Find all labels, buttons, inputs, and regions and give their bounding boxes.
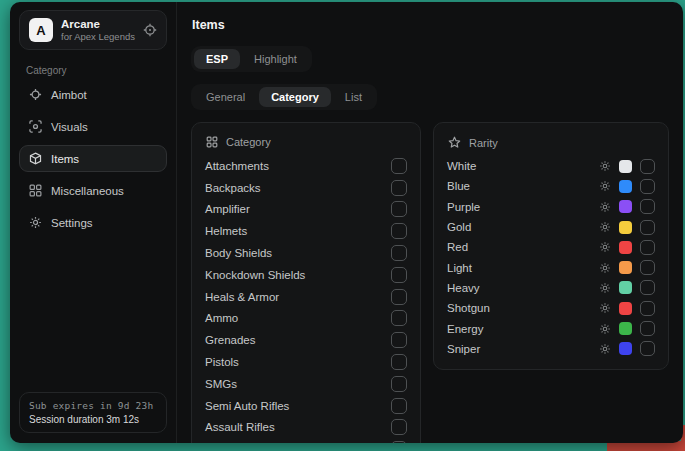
tab-list[interactable]: List <box>333 87 374 107</box>
color-swatch[interactable] <box>619 322 632 335</box>
gear-icon[interactable] <box>599 180 611 192</box>
sidebar-item-settings[interactable]: Settings <box>19 209 167 236</box>
category-checkbox[interactable] <box>391 223 407 239</box>
rarity-row-controls <box>599 341 655 356</box>
rarity-panel-header: Rarity <box>447 132 655 156</box>
category-checkbox[interactable] <box>391 441 407 443</box>
rarity-checkbox[interactable] <box>640 341 655 356</box>
category-checkbox[interactable] <box>391 398 407 414</box>
brand-text: Arcane for Apex Legends <box>61 18 135 42</box>
crosshair-icon <box>29 88 42 101</box>
rarity-checkbox[interactable] <box>640 240 655 255</box>
category-list: Attachments Backpacks Amplifier Helmets … <box>205 155 407 443</box>
rarity-checkbox[interactable] <box>640 280 655 295</box>
color-swatch[interactable] <box>619 221 632 234</box>
category-row-label: Pistols <box>205 356 239 368</box>
color-swatch[interactable] <box>619 281 632 294</box>
category-row: Body Shields <box>205 242 407 264</box>
package-box-icon <box>29 152 42 165</box>
rarity-row-controls <box>599 301 655 316</box>
rarity-row-controls <box>599 179 655 194</box>
category-checkbox[interactable] <box>391 245 407 261</box>
category-checkbox[interactable] <box>391 310 407 326</box>
category-row-label: Heals & Armor <box>205 291 279 303</box>
rarity-row-controls <box>599 240 655 255</box>
rarity-checkbox[interactable] <box>640 301 655 316</box>
rarity-row-label: Shotgun <box>447 302 599 314</box>
gear-icon[interactable] <box>599 282 611 294</box>
color-swatch[interactable] <box>619 180 632 193</box>
gear-icon[interactable] <box>599 201 611 213</box>
brand-name: Arcane <box>61 18 135 30</box>
gear-icon[interactable] <box>599 343 611 355</box>
crosshair-target-icon[interactable] <box>143 23 157 37</box>
mode-highlight[interactable]: Highlight <box>242 49 309 69</box>
rarity-checkbox[interactable] <box>640 321 655 336</box>
rarity-row-label: Red <box>447 241 599 253</box>
color-swatch[interactable] <box>619 200 632 213</box>
category-checkbox[interactable] <box>391 419 407 435</box>
gear-icon <box>29 216 42 229</box>
rarity-checkbox[interactable] <box>640 260 655 275</box>
rarity-checkbox[interactable] <box>640 179 655 194</box>
rarity-row-label: Gold <box>447 221 599 233</box>
rarity-row-controls <box>599 280 655 295</box>
category-checkbox[interactable] <box>391 376 407 392</box>
category-checkbox[interactable] <box>391 289 407 305</box>
category-row-label: Backpacks <box>205 182 261 194</box>
category-row: Grenades <box>205 329 407 351</box>
rarity-row-label: Light <box>447 262 599 274</box>
grid-icon <box>206 136 218 148</box>
color-swatch[interactable] <box>619 342 632 355</box>
category-row: Knockdown Shields <box>205 264 407 286</box>
category-checkbox[interactable] <box>391 201 407 217</box>
color-swatch[interactable] <box>619 302 632 315</box>
sidebar-item-visuals[interactable]: Visuals <box>19 113 167 140</box>
sidebar-item-aimbot[interactable]: Aimbot <box>19 81 167 108</box>
color-swatch[interactable] <box>619 261 632 274</box>
rarity-row: Gold <box>447 217 655 237</box>
mode-esp[interactable]: ESP <box>194 49 240 69</box>
rarity-checkbox[interactable] <box>640 220 655 235</box>
main-content: Items ESP Highlight General Category Lis… <box>177 2 683 443</box>
category-checkbox[interactable] <box>391 180 407 196</box>
rarity-row: White <box>447 156 655 176</box>
category-checkbox[interactable] <box>391 267 407 283</box>
category-checkbox[interactable] <box>391 332 407 348</box>
rarity-row-label: White <box>447 160 599 172</box>
arcane-logo: A <box>29 18 53 42</box>
category-row-label: SMGs <box>205 378 237 390</box>
rarity-row: Light <box>447 257 655 277</box>
tab-category[interactable]: Category <box>259 87 331 107</box>
sidebar-item-miscellaneous[interactable]: Miscellaneous <box>19 177 167 204</box>
gear-icon[interactable] <box>599 323 611 335</box>
gear-icon[interactable] <box>599 241 611 253</box>
rarity-row-controls <box>599 260 655 275</box>
rarity-row-label: Energy <box>447 323 599 335</box>
gear-icon[interactable] <box>599 302 611 314</box>
category-row-label: Grenades <box>205 334 256 346</box>
session-duration-text: Session duration 3m 12s <box>29 414 157 425</box>
rarity-checkbox[interactable] <box>640 159 655 174</box>
color-swatch[interactable] <box>619 160 632 173</box>
category-row: Attachments <box>205 155 407 177</box>
color-swatch[interactable] <box>619 241 632 254</box>
category-panel-title: Category <box>226 136 271 148</box>
gear-icon[interactable] <box>599 221 611 233</box>
sidebar-item-label: Visuals <box>51 121 88 133</box>
tab-bar: General Category List <box>191 84 377 110</box>
rarity-row-controls <box>599 199 655 214</box>
rarity-row: Sniper <box>447 339 655 359</box>
sidebar-item-items[interactable]: Items <box>19 145 167 172</box>
category-checkbox[interactable] <box>391 158 407 174</box>
category-row: Backpacks <box>205 177 407 199</box>
gear-icon[interactable] <box>599 160 611 172</box>
tab-general[interactable]: General <box>194 87 257 107</box>
rarity-list: White Blue Purple <box>447 156 655 359</box>
category-checkbox[interactable] <box>391 354 407 370</box>
gear-icon[interactable] <box>599 262 611 274</box>
rarity-checkbox[interactable] <box>640 199 655 214</box>
category-panel-header: Category <box>205 132 407 155</box>
category-row-label: Ammo <box>205 312 238 324</box>
rarity-row: Shotgun <box>447 298 655 318</box>
